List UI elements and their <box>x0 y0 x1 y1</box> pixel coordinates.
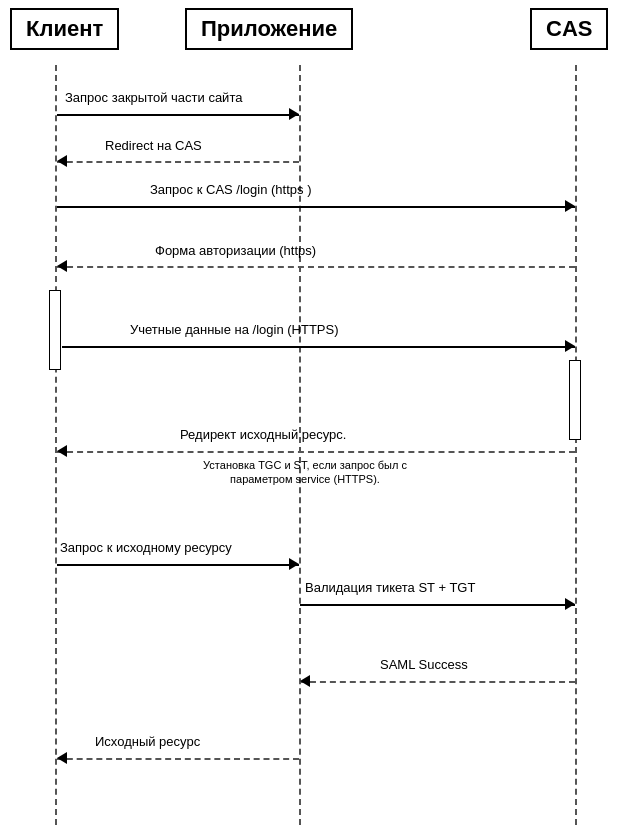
actor-cas-label: CAS <box>546 16 592 41</box>
label-m10: SAML Success <box>380 657 468 672</box>
sequence-diagram: Клиент Приложение CAS Запрос закрытой ча… <box>0 0 627 825</box>
actor-client: Клиент <box>10 8 119 50</box>
actor-client-label: Клиент <box>26 16 103 41</box>
label-m11: Исходный ресурс <box>95 734 200 749</box>
label-m3: Запрос к CAS /login (https ) <box>150 182 311 197</box>
activation-cas-process <box>569 360 581 440</box>
lifeline-cas <box>575 65 577 825</box>
actor-app-label: Приложение <box>201 16 337 41</box>
actor-cas: CAS <box>530 8 608 50</box>
label-m7: Установка TGC и ST, если запрос был с па… <box>195 458 415 487</box>
activation-client-credentials <box>49 290 61 370</box>
label-m8: Запрос к исходному ресурсу <box>60 540 232 555</box>
actor-app: Приложение <box>185 8 353 50</box>
label-m2: Redirect на CAS <box>105 138 202 153</box>
label-m4: Форма авторизации (https) <box>155 243 316 258</box>
label-m1: Запрос закрытой части сайта <box>65 90 242 105</box>
label-m6: Редирект исходный ресурс. <box>180 427 346 442</box>
label-m5: Учетные данные на /login (HTTPS) <box>130 322 339 337</box>
lifeline-app <box>299 65 301 825</box>
label-m9: Валидация тикета ST + TGT <box>305 580 475 595</box>
